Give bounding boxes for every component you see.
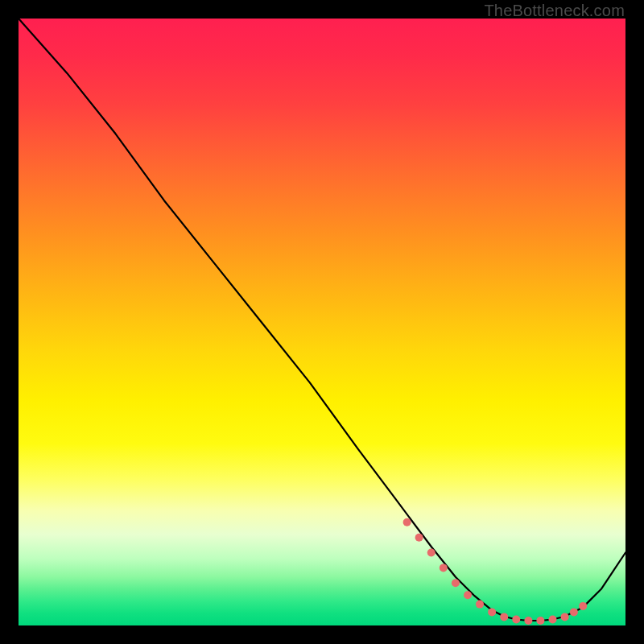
highlight-dot xyxy=(488,608,496,616)
highlight-dots-group xyxy=(403,518,588,625)
highlight-dot xyxy=(464,591,472,599)
plot-area xyxy=(19,19,625,625)
highlight-dot xyxy=(440,564,448,572)
chart-frame: TheBottleneck.com xyxy=(0,0,644,644)
chart-svg xyxy=(19,19,625,625)
highlight-dot xyxy=(536,617,544,625)
highlight-dot xyxy=(512,616,520,624)
highlight-dot xyxy=(427,549,436,557)
bottleneck-curve xyxy=(19,19,625,621)
highlight-dot xyxy=(415,534,423,542)
highlight-dot xyxy=(403,518,411,526)
highlight-dot xyxy=(570,608,578,616)
watermark-text: TheBottleneck.com xyxy=(484,2,625,20)
highlight-dot xyxy=(579,602,587,610)
highlight-dot xyxy=(476,601,484,609)
highlight-dot xyxy=(549,616,557,624)
highlight-dot xyxy=(524,617,532,625)
highlight-dot xyxy=(452,579,460,587)
highlight-dot xyxy=(500,613,508,621)
highlight-dot xyxy=(561,613,569,621)
